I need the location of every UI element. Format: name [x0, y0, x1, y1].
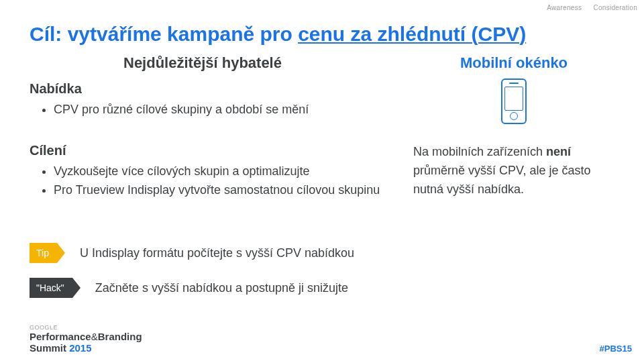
hack-tag: "Hack" — [30, 278, 72, 298]
tags: Tip U Indisplay formátu počítejte s vyšš… — [30, 243, 354, 313]
title-underlined: cenu za zhlédnutí (CPV) — [298, 23, 526, 45]
section-nabidka-label: Nabídka — [30, 81, 413, 97]
hack-text: Začněte s vyšší nabídkou a postupně ji s… — [95, 281, 348, 295]
tip-row: Tip U Indisplay formátu počítejte s vyšš… — [30, 243, 354, 263]
subtitle-row: Nejdůležitější hybatelé Nabídka CPV pro … — [30, 54, 614, 132]
cileni-item: Vyzkoušejte více cílových skupin a optim… — [54, 162, 393, 181]
footer-brand-b: Branding — [98, 331, 142, 342]
cileni-col: Cílení Vyzkoušejte více cílových skupin … — [30, 143, 413, 212]
footer-amp: & — [91, 331, 98, 342]
nabidka-item: CPV pro různé cílové skupiny a období se… — [54, 101, 413, 119]
subtitle-col: Nejdůležitější hybatelé Nabídka CPV pro … — [30, 54, 413, 132]
cileni-bullets: Vyzkoušejte více cílových skupin a optim… — [54, 162, 393, 200]
mobile-window-label: Mobilní okénko — [413, 54, 614, 72]
title-prefix: Cíl: vytváříme kampaně pro — [30, 23, 298, 45]
footer-brand: GOOGLE Performance&Branding Summit 2015 — [30, 325, 142, 354]
footer-summit: Summit — [30, 342, 69, 354]
footer-perf: Performance — [30, 331, 91, 342]
section-cileni-label: Cílení — [30, 143, 393, 158]
hashtag: #PBS15 — [600, 344, 632, 354]
nabidka-bullets: CPV pro různé cílové skupiny a období se… — [54, 101, 413, 119]
tip-tag: Tip — [30, 243, 57, 263]
mobile-note-bold: není — [546, 145, 571, 158]
subtitle: Nejdůležitější hybatelé — [123, 54, 413, 72]
tip-text: U Indisplay formátu počítejte s vyšší CP… — [80, 246, 354, 260]
mobile-col: Mobilní okénko — [413, 54, 614, 124]
page-title: Cíl: vytváříme kampaně pro cenu za zhléd… — [30, 23, 614, 46]
mid-row: Cílení Vyzkoušejte více cílových skupin … — [30, 143, 614, 212]
funnel-stages: Awareness Consideration — [537, 4, 637, 11]
phone-screen — [504, 87, 523, 111]
stage-awareness: Awareness — [547, 4, 582, 11]
footer-year: 2015 — [69, 342, 91, 354]
slide: Awareness Consideration Cíl: vytváříme k… — [0, 0, 644, 363]
mobile-note-part1: Na mobilních zařízeních — [413, 145, 546, 158]
mobile-note: Na mobilních zařízeních není průměrně vy… — [413, 143, 614, 199]
phone-icon — [501, 79, 527, 124]
footer-line2: Summit 2015 — [30, 343, 142, 354]
hack-row: "Hack" Začněte s vyšší nabídkou a postup… — [30, 278, 354, 298]
cileni-item: Pro Trueview Indisplay vytvořte samostat… — [54, 181, 393, 200]
stage-consideration: Consideration — [593, 4, 637, 11]
mobile-note-part2: průměrně vyšší CPV, ale je často nutná v… — [413, 164, 590, 196]
footer-line1: Performance&Branding — [30, 331, 142, 343]
